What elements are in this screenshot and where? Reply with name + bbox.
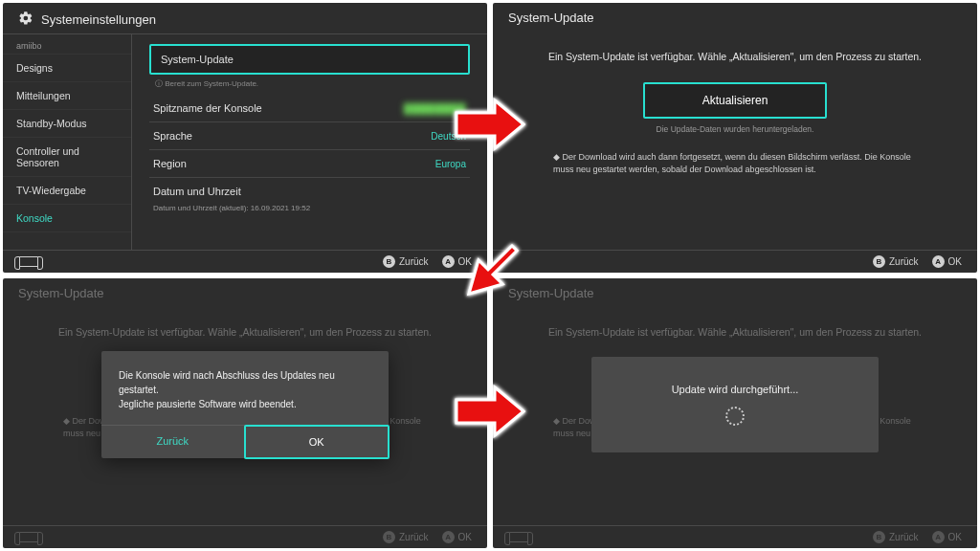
arrow-right-icon bbox=[452, 96, 528, 153]
datetime-current: Datum und Uhrzeit (aktuell): 16.09.2021 … bbox=[153, 200, 310, 212]
hint-back: BZurück bbox=[383, 255, 429, 268]
titlebar: System-Update bbox=[3, 278, 487, 302]
footer: BZurück AOK bbox=[493, 250, 977, 273]
hint-back: BZurück bbox=[873, 255, 919, 268]
switch-console-icon bbox=[18, 256, 39, 267]
sidebar-item-designs[interactable]: Designs bbox=[3, 55, 131, 82]
hint-back: BZurück bbox=[383, 531, 429, 543]
row-datetime[interactable]: Datum und Uhrzeit Datum und Uhrzeit (akt… bbox=[149, 178, 470, 220]
settings-content: System-Update Bereit zum System-Update. … bbox=[132, 34, 487, 250]
update-message: Ein System-Update ist verfügbar. Wähle „… bbox=[548, 50, 922, 65]
footer: BZurück AOK bbox=[3, 525, 487, 548]
update-message: Ein System-Update ist verfügbar. Wähle „… bbox=[548, 325, 922, 341]
row-nickname[interactable]: Spitzname der Konsole ████████ bbox=[149, 95, 470, 122]
progress-dialog: Update wird durchgeführt... bbox=[591, 357, 879, 452]
sidebar-item-controllers[interactable]: Controller und Sensoren bbox=[3, 138, 131, 177]
switch-console-icon bbox=[508, 532, 529, 542]
dialog-back-button[interactable]: Zurück bbox=[101, 426, 245, 458]
row-label: Region bbox=[153, 158, 187, 169]
update-button[interactable]: Aktualisieren bbox=[643, 82, 828, 119]
switch-console-icon bbox=[18, 532, 39, 542]
downloaded-hint: Die Update-Daten wurden heruntergeladen. bbox=[657, 124, 814, 134]
dialog-line2: Jegliche pausierte Software wird beendet… bbox=[119, 397, 371, 411]
page-title: Systemeinstellungen bbox=[41, 12, 156, 27]
panel-updating: System-Update Ein System-Update ist verf… bbox=[493, 278, 977, 548]
page-title: System-Update bbox=[18, 286, 104, 300]
row-language[interactable]: Sprache Deutsch bbox=[149, 122, 470, 150]
dialog-ok-button[interactable]: OK bbox=[244, 425, 390, 459]
arrow-down-left-icon bbox=[459, 241, 526, 308]
system-update-sublabel: Bereit zum System-Update. bbox=[149, 77, 470, 95]
panel-update-confirm: System-Update Ein System-Update ist verf… bbox=[3, 278, 487, 548]
row-label: System-Update bbox=[161, 54, 234, 65]
panel-system-settings: Systemeinstellungen amiibo Designs Mitte… bbox=[3, 3, 487, 273]
row-label: Spitzname der Konsole bbox=[153, 102, 262, 114]
titlebar: System-Update bbox=[493, 3, 977, 27]
page-title: System-Update bbox=[508, 11, 594, 25]
dialog-body: Die Konsole wird nach Abschluss des Upda… bbox=[101, 351, 389, 425]
progress-text: Update wird durchgeführt... bbox=[672, 384, 799, 395]
confirm-dialog: Die Konsole wird nach Abschluss des Upda… bbox=[101, 351, 389, 458]
row-value: Europa bbox=[435, 159, 466, 169]
sidebar-item-tv[interactable]: TV-Wiedergabe bbox=[3, 177, 131, 205]
dialog-line1: Die Konsole wird nach Abschluss des Upda… bbox=[119, 368, 371, 397]
arrow-right-icon bbox=[452, 383, 528, 440]
footer: BZurück AOK bbox=[493, 525, 977, 548]
spinner-icon bbox=[725, 407, 745, 426]
sidebar-item-notifications[interactable]: Mitteilungen bbox=[3, 82, 131, 110]
row-label: Datum und Uhrzeit bbox=[153, 186, 241, 197]
row-region[interactable]: Region Europa bbox=[149, 150, 470, 178]
settings-sidebar: amiibo Designs Mitteilungen Standby-Modu… bbox=[3, 34, 132, 250]
sidebar-item-console[interactable]: Konsole bbox=[3, 205, 131, 232]
row-label: Sprache bbox=[153, 130, 192, 142]
panel-system-update: System-Update Ein System-Update ist verf… bbox=[493, 3, 977, 273]
titlebar: Systemeinstellungen bbox=[3, 3, 487, 34]
gear-icon bbox=[18, 11, 33, 28]
sidebar-item-amiibo[interactable]: amiibo bbox=[3, 38, 131, 55]
hint-ok: AOK bbox=[932, 531, 962, 543]
footer: BZurück AOK bbox=[3, 250, 487, 273]
hint-ok: AOK bbox=[932, 255, 962, 268]
download-note: Der Download wird auch dann fortgesetzt,… bbox=[553, 151, 917, 177]
titlebar: System-Update bbox=[493, 278, 977, 302]
row-system-update[interactable]: System-Update bbox=[149, 44, 470, 75]
update-message: Ein System-Update ist verfügbar. Wähle „… bbox=[58, 325, 432, 341]
sidebar-item-standby[interactable]: Standby-Modus bbox=[3, 110, 131, 138]
hint-ok: AOK bbox=[442, 531, 472, 543]
hint-back: BZurück bbox=[873, 531, 919, 543]
